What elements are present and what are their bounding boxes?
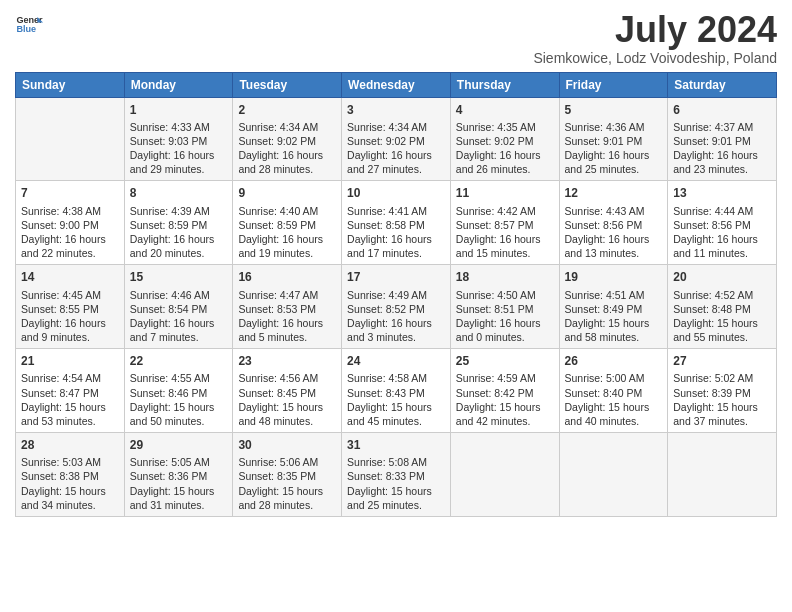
day-number: 30 [238,437,336,453]
calendar-week-row: 1Sunrise: 4:33 AMSunset: 9:03 PMDaylight… [16,97,777,181]
calendar-header-cell: Thursday [450,72,559,97]
calendar-day-cell: 28Sunrise: 5:03 AMSunset: 8:38 PMDayligh… [16,433,125,517]
calendar-day-cell: 19Sunrise: 4:51 AMSunset: 8:49 PMDayligh… [559,265,668,349]
day-info: Sunrise: 5:05 AMSunset: 8:36 PMDaylight:… [130,455,228,512]
day-info: Sunrise: 4:39 AMSunset: 8:59 PMDaylight:… [130,204,228,261]
calendar-week-row: 21Sunrise: 4:54 AMSunset: 8:47 PMDayligh… [16,349,777,433]
day-info: Sunrise: 4:40 AMSunset: 8:59 PMDaylight:… [238,204,336,261]
calendar-day-cell: 9Sunrise: 4:40 AMSunset: 8:59 PMDaylight… [233,181,342,265]
calendar-day-cell: 29Sunrise: 5:05 AMSunset: 8:36 PMDayligh… [124,433,233,517]
day-info: Sunrise: 4:46 AMSunset: 8:54 PMDaylight:… [130,288,228,345]
calendar-body: 1Sunrise: 4:33 AMSunset: 9:03 PMDaylight… [16,97,777,516]
calendar-header-cell: Monday [124,72,233,97]
day-number: 24 [347,353,445,369]
calendar-day-cell: 7Sunrise: 4:38 AMSunset: 9:00 PMDaylight… [16,181,125,265]
calendar-day-cell: 16Sunrise: 4:47 AMSunset: 8:53 PMDayligh… [233,265,342,349]
page-header: General Blue July 2024 Siemkowice, Lodz … [15,10,777,66]
day-info: Sunrise: 5:02 AMSunset: 8:39 PMDaylight:… [673,371,771,428]
day-info: Sunrise: 4:55 AMSunset: 8:46 PMDaylight:… [130,371,228,428]
calendar-table: SundayMondayTuesdayWednesdayThursdayFrid… [15,72,777,517]
day-number: 5 [565,102,663,118]
day-info: Sunrise: 4:37 AMSunset: 9:01 PMDaylight:… [673,120,771,177]
day-number: 17 [347,269,445,285]
calendar-day-cell: 6Sunrise: 4:37 AMSunset: 9:01 PMDaylight… [668,97,777,181]
calendar-day-cell: 23Sunrise: 4:56 AMSunset: 8:45 PMDayligh… [233,349,342,433]
calendar-day-cell: 15Sunrise: 4:46 AMSunset: 8:54 PMDayligh… [124,265,233,349]
day-info: Sunrise: 4:52 AMSunset: 8:48 PMDaylight:… [673,288,771,345]
day-number: 12 [565,185,663,201]
day-number: 2 [238,102,336,118]
day-info: Sunrise: 4:58 AMSunset: 8:43 PMDaylight:… [347,371,445,428]
calendar-day-cell: 8Sunrise: 4:39 AMSunset: 8:59 PMDaylight… [124,181,233,265]
day-info: Sunrise: 5:08 AMSunset: 8:33 PMDaylight:… [347,455,445,512]
calendar-week-row: 14Sunrise: 4:45 AMSunset: 8:55 PMDayligh… [16,265,777,349]
day-info: Sunrise: 4:41 AMSunset: 8:58 PMDaylight:… [347,204,445,261]
day-info: Sunrise: 4:56 AMSunset: 8:45 PMDaylight:… [238,371,336,428]
day-info: Sunrise: 4:49 AMSunset: 8:52 PMDaylight:… [347,288,445,345]
month-year-title: July 2024 [533,10,777,50]
calendar-header-cell: Wednesday [342,72,451,97]
calendar-week-row: 7Sunrise: 4:38 AMSunset: 9:00 PMDaylight… [16,181,777,265]
day-number: 7 [21,185,119,201]
day-number: 31 [347,437,445,453]
calendar-day-cell: 3Sunrise: 4:34 AMSunset: 9:02 PMDaylight… [342,97,451,181]
calendar-day-cell: 21Sunrise: 4:54 AMSunset: 8:47 PMDayligh… [16,349,125,433]
day-info: Sunrise: 4:34 AMSunset: 9:02 PMDaylight:… [347,120,445,177]
day-number: 9 [238,185,336,201]
day-number: 8 [130,185,228,201]
day-info: Sunrise: 5:00 AMSunset: 8:40 PMDaylight:… [565,371,663,428]
day-info: Sunrise: 4:36 AMSunset: 9:01 PMDaylight:… [565,120,663,177]
day-number: 3 [347,102,445,118]
day-info: Sunrise: 4:47 AMSunset: 8:53 PMDaylight:… [238,288,336,345]
svg-text:Blue: Blue [16,24,36,34]
day-number: 18 [456,269,554,285]
day-number: 26 [565,353,663,369]
day-number: 6 [673,102,771,118]
day-number: 29 [130,437,228,453]
calendar-header-cell: Tuesday [233,72,342,97]
day-info: Sunrise: 4:59 AMSunset: 8:42 PMDaylight:… [456,371,554,428]
calendar-header-cell: Friday [559,72,668,97]
day-number: 27 [673,353,771,369]
calendar-header-cell: Sunday [16,72,125,97]
calendar-day-cell: 18Sunrise: 4:50 AMSunset: 8:51 PMDayligh… [450,265,559,349]
day-number: 11 [456,185,554,201]
day-number: 15 [130,269,228,285]
day-number: 4 [456,102,554,118]
day-info: Sunrise: 4:43 AMSunset: 8:56 PMDaylight:… [565,204,663,261]
day-info: Sunrise: 4:42 AMSunset: 8:57 PMDaylight:… [456,204,554,261]
day-number: 21 [21,353,119,369]
calendar-day-cell: 27Sunrise: 5:02 AMSunset: 8:39 PMDayligh… [668,349,777,433]
day-info: Sunrise: 4:44 AMSunset: 8:56 PMDaylight:… [673,204,771,261]
calendar-day-cell [668,433,777,517]
logo: General Blue [15,10,43,38]
calendar-day-cell: 2Sunrise: 4:34 AMSunset: 9:02 PMDaylight… [233,97,342,181]
day-number: 25 [456,353,554,369]
day-info: Sunrise: 4:54 AMSunset: 8:47 PMDaylight:… [21,371,119,428]
calendar-day-cell: 12Sunrise: 4:43 AMSunset: 8:56 PMDayligh… [559,181,668,265]
calendar-day-cell: 5Sunrise: 4:36 AMSunset: 9:01 PMDaylight… [559,97,668,181]
day-number: 22 [130,353,228,369]
calendar-week-row: 28Sunrise: 5:03 AMSunset: 8:38 PMDayligh… [16,433,777,517]
day-number: 20 [673,269,771,285]
location-subtitle: Siemkowice, Lodz Voivodeship, Poland [533,50,777,66]
day-info: Sunrise: 4:45 AMSunset: 8:55 PMDaylight:… [21,288,119,345]
calendar-day-cell: 31Sunrise: 5:08 AMSunset: 8:33 PMDayligh… [342,433,451,517]
calendar-day-cell: 26Sunrise: 5:00 AMSunset: 8:40 PMDayligh… [559,349,668,433]
calendar-day-cell: 11Sunrise: 4:42 AMSunset: 8:57 PMDayligh… [450,181,559,265]
calendar-day-cell [559,433,668,517]
calendar-day-cell: 14Sunrise: 4:45 AMSunset: 8:55 PMDayligh… [16,265,125,349]
title-block: July 2024 Siemkowice, Lodz Voivodeship, … [533,10,777,66]
day-number: 23 [238,353,336,369]
day-info: Sunrise: 4:38 AMSunset: 9:00 PMDaylight:… [21,204,119,261]
calendar-day-cell: 30Sunrise: 5:06 AMSunset: 8:35 PMDayligh… [233,433,342,517]
day-info: Sunrise: 5:06 AMSunset: 8:35 PMDaylight:… [238,455,336,512]
day-number: 1 [130,102,228,118]
day-number: 16 [238,269,336,285]
calendar-day-cell: 22Sunrise: 4:55 AMSunset: 8:46 PMDayligh… [124,349,233,433]
calendar-day-cell [450,433,559,517]
calendar-header-cell: Saturday [668,72,777,97]
calendar-day-cell: 4Sunrise: 4:35 AMSunset: 9:02 PMDaylight… [450,97,559,181]
day-number: 13 [673,185,771,201]
logo-icon: General Blue [15,10,43,38]
